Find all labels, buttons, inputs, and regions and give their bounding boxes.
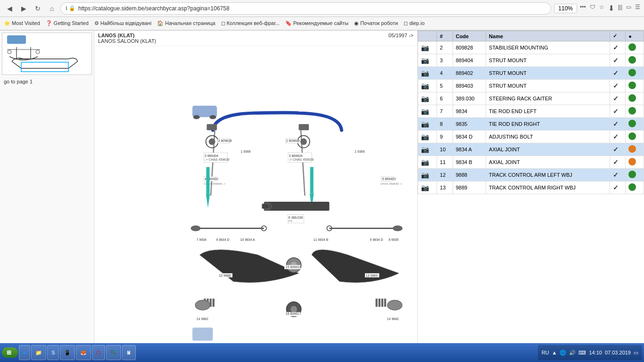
goto-page-1[interactable]: go to page 1: [2, 77, 92, 86]
camera-icon: 📷: [421, 107, 429, 115]
taskbar-app3[interactable]: S: [47, 345, 59, 360]
camera-cell[interactable]: 📷: [418, 118, 437, 131]
part-name: AXIAL JOINT: [486, 143, 610, 156]
start-button[interactable]: ⊞: [2, 347, 18, 358]
refresh-button[interactable]: ↻: [32, 3, 43, 14]
camera-cell[interactable]: 📷: [418, 143, 437, 156]
table-row[interactable]: 📷 6 389.030 STEERING RACK GAITER ✓: [418, 92, 644, 105]
status-cell: [626, 54, 644, 67]
part-code: 9834 D: [453, 131, 486, 143]
table-row[interactable]: 📷 7 9834 TIE ROD END LEFT ✓: [418, 105, 644, 118]
bookmark-most-visited[interactable]: ⭐ Most Visited: [4, 20, 40, 26]
svg-rect-1: [7, 35, 26, 44]
part-code: 9834 B: [453, 156, 486, 169]
camera-icon: 📷: [421, 158, 429, 166]
car-model-line1: LANOS (KLAT): [98, 33, 156, 38]
download-icon[interactable]: ⬇: [608, 4, 614, 13]
part-num: 9: [437, 131, 453, 143]
taskbar-firefox[interactable]: 🦊: [76, 345, 91, 360]
status-cell: [626, 105, 644, 118]
check-cell: ✓: [610, 181, 625, 194]
camera-cell[interactable]: 📷: [418, 67, 437, 80]
col-code: Code: [453, 31, 486, 41]
part-name: STRUT MOUNT: [486, 80, 610, 92]
camera-cell[interactable]: 📷: [418, 156, 437, 169]
show-desktop[interactable]: ▭: [634, 350, 638, 356]
part-code: 9889: [453, 181, 486, 194]
part-code: 9834 A: [453, 143, 486, 156]
camera-cell[interactable]: 📷: [418, 41, 437, 54]
camera-cell[interactable]: 📷: [418, 169, 437, 181]
status-cell: [626, 118, 644, 131]
svg-text:6 389.030: 6 389.030: [289, 216, 303, 219]
address-bar[interactable]: ℹ 🔒 https://catalogue.sidem.be/searchbyc…: [60, 2, 551, 15]
part-num: 4: [437, 67, 453, 80]
thumbnail-1[interactable]: [2, 33, 92, 75]
camera-cell[interactable]: 📷: [418, 105, 437, 118]
table-row[interactable]: 📷 11 9834 B AXIAL JOINT ✓: [418, 156, 644, 169]
bookmark-web-fragments[interactable]: ◻ Коллекция веб-фраг...: [221, 20, 280, 26]
svg-point-11: [210, 115, 216, 119]
camera-icon: 📷: [421, 82, 429, 90]
taskbar-viber[interactable]: 📱: [60, 345, 75, 360]
svg-text:3 889404: 3 889404: [289, 154, 303, 157]
svg-rect-39: [310, 167, 314, 193]
up-arrow-icon: ▲: [552, 350, 557, 355]
panel-icon[interactable]: ▭: [626, 4, 631, 13]
shield-icon[interactable]: 🛡: [590, 4, 595, 13]
table-row[interactable]: 📷 2 809828 STABILISER MOUNTING ✓: [418, 41, 644, 54]
taskbar-ie[interactable]: e: [19, 345, 30, 360]
table-row[interactable]: 📷 4 889402 STRUT MOUNT ✓: [418, 67, 644, 80]
table-row[interactable]: 📷 10 9834 A AXIAL JOINT ✓: [418, 143, 644, 156]
taskbar-app5[interactable]: ⬡: [92, 345, 105, 360]
table-row[interactable]: 📷 8 9835 TIE ROD END RIGHT ✓: [418, 118, 644, 131]
back-button[interactable]: ◀: [4, 3, 15, 14]
svg-rect-76: [213, 299, 215, 307]
svg-point-10: [193, 115, 200, 119]
zoom-level: 110%: [554, 4, 577, 13]
menu-dots-icon[interactable]: •••: [580, 4, 586, 13]
table-row[interactable]: 📷 9 9834 D ADJUSTING BOLT ✓: [418, 131, 644, 143]
part-code: 889403: [453, 80, 486, 92]
part-num: 2: [437, 41, 453, 54]
bookmark-start-work[interactable]: ◉ Початок роботи: [354, 20, 398, 26]
status-cell: [626, 92, 644, 105]
svg-rect-40: [264, 202, 330, 211]
car-date: 05/1997 ->: [388, 33, 413, 44]
part-code: 9835: [453, 118, 486, 131]
svg-text:7 9834: 7 9834: [197, 238, 206, 241]
bookmark-recommended[interactable]: 🔖 Рекомендуемые сайты: [285, 20, 348, 26]
camera-cell[interactable]: 📷: [418, 54, 437, 67]
part-num: 7: [437, 105, 453, 118]
check-cell: ✓: [610, 67, 625, 80]
taskbar-calc[interactable]: 🖩: [122, 345, 136, 360]
hamburger-icon[interactable]: ☰: [635, 4, 640, 13]
camera-cell[interactable]: 📷: [418, 181, 437, 194]
main-content: go to page 1 LANOS (KLAT) LANOS SALOON (…: [0, 31, 644, 344]
svg-text:-> CHAS 459639: -> CHAS 459639: [205, 158, 230, 161]
taskbar-app6[interactable]: 💱: [106, 345, 121, 360]
library-icon[interactable]: |||: [618, 4, 622, 13]
table-row[interactable]: 📷 3 889404 STRUT MOUNT ✓: [418, 54, 644, 67]
table-row[interactable]: 📷 12 9888 TRACK CONTROL ARM LEFT WBJ ✓: [418, 169, 644, 181]
part-num: 8: [437, 118, 453, 131]
table-row[interactable]: 📷 5 889403 STRUT MOUNT ✓: [418, 80, 644, 92]
svg-text:3 889404: 3 889404: [205, 154, 218, 157]
forward-button[interactable]: ▶: [18, 3, 29, 14]
bookmark-home[interactable]: 🏠 Начальная страница: [157, 20, 215, 26]
bookmark-most-visited-ua[interactable]: ⚙ Найбільш відвідувані: [94, 20, 151, 26]
star-icon[interactable]: ☆: [599, 4, 604, 13]
bookmark-diep[interactable]: ◻ diep.io: [404, 20, 424, 26]
camera-cell[interactable]: 📷: [418, 131, 437, 143]
taskbar-explorer[interactable]: 📁: [31, 345, 46, 360]
home-button[interactable]: ⌂: [46, 3, 58, 14]
camera-cell[interactable]: 📷: [418, 92, 437, 105]
camera-icon: 📷: [421, 133, 429, 140]
diagram-canvas[interactable]: 2 809828 3 889404 -> CHAS 459639 4 88940…: [94, 46, 417, 344]
bookmark-getting-started[interactable]: ❓ Getting Started: [46, 20, 89, 26]
camera-icon: 📷: [421, 69, 429, 77]
col-name: Name: [486, 31, 610, 41]
table-row[interactable]: 📷 13 9889 TRACK CONTROL ARM RIGHT WBJ ✓: [418, 181, 644, 194]
part-code: 889404: [453, 54, 486, 67]
camera-cell[interactable]: 📷: [418, 80, 437, 92]
